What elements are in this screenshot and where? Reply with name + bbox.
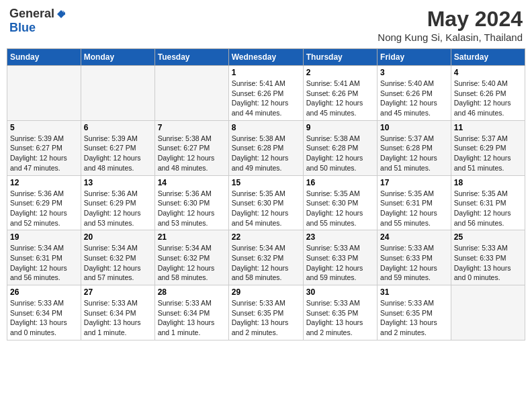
table-row: 15Sunrise: 5:35 AM Sunset: 6:30 PM Dayli… — [228, 175, 303, 230]
header-monday: Monday — [81, 49, 154, 66]
month-year-title: May 2024 — [378, 7, 523, 32]
table-row — [7, 66, 81, 121]
day-number: 17 — [380, 178, 448, 187]
day-info: Sunrise: 5:37 AM Sunset: 6:29 PM Dayligh… — [454, 134, 522, 173]
svg-marker-0 — [57, 10, 65, 18]
location-subtitle: Nong Kung Si, Kalasin, Thailand — [378, 32, 523, 43]
page-header: General Blue May 2024 Nong Kung Si, Kala… — [7, 7, 525, 43]
title-block: May 2024 Nong Kung Si, Kalasin, Thailand — [378, 7, 523, 43]
table-row: 1Sunrise: 5:41 AM Sunset: 6:26 PM Daylig… — [228, 66, 303, 121]
day-number: 9 — [306, 123, 374, 132]
table-row: 31Sunrise: 5:33 AM Sunset: 6:35 PM Dayli… — [378, 285, 451, 340]
day-info: Sunrise: 5:41 AM Sunset: 6:26 PM Dayligh… — [306, 79, 374, 118]
calendar-week-row: 26Sunrise: 5:33 AM Sunset: 6:34 PM Dayli… — [7, 285, 525, 340]
table-row: 29Sunrise: 5:33 AM Sunset: 6:35 PM Dayli… — [228, 285, 303, 340]
day-info: Sunrise: 5:41 AM Sunset: 6:26 PM Dayligh… — [232, 79, 300, 118]
day-info: Sunrise: 5:33 AM Sunset: 6:35 PM Dayligh… — [306, 298, 374, 338]
table-row: 13Sunrise: 5:36 AM Sunset: 6:29 PM Dayli… — [81, 175, 154, 230]
day-info: Sunrise: 5:33 AM Sunset: 6:33 PM Dayligh… — [306, 243, 374, 283]
day-number: 1 — [232, 68, 300, 77]
day-info: Sunrise: 5:33 AM Sunset: 6:35 PM Dayligh… — [232, 298, 300, 338]
day-info: Sunrise: 5:36 AM Sunset: 6:29 PM Dayligh… — [10, 189, 78, 228]
table-row: 12Sunrise: 5:36 AM Sunset: 6:29 PM Dayli… — [7, 175, 81, 230]
table-row: 21Sunrise: 5:34 AM Sunset: 6:32 PM Dayli… — [154, 230, 228, 285]
day-number: 7 — [158, 123, 226, 132]
table-row: 24Sunrise: 5:33 AM Sunset: 6:33 PM Dayli… — [378, 230, 451, 285]
day-number: 18 — [454, 178, 522, 187]
table-row — [154, 66, 228, 121]
day-info: Sunrise: 5:36 AM Sunset: 6:29 PM Dayligh… — [84, 189, 152, 228]
logo-general: General — [9, 7, 54, 21]
day-number: 15 — [232, 178, 300, 187]
day-number: 28 — [158, 287, 226, 297]
day-number: 24 — [380, 232, 448, 242]
day-number: 22 — [232, 232, 300, 242]
day-number: 26 — [10, 287, 78, 297]
day-info: Sunrise: 5:39 AM Sunset: 6:27 PM Dayligh… — [10, 134, 78, 173]
day-number: 23 — [306, 232, 374, 242]
day-number: 6 — [84, 123, 152, 132]
table-row: 11Sunrise: 5:37 AM Sunset: 6:29 PM Dayli… — [451, 120, 525, 175]
day-number: 2 — [306, 68, 374, 77]
logo: General Blue — [9, 7, 66, 35]
day-number: 19 — [10, 232, 78, 242]
table-row: 25Sunrise: 5:33 AM Sunset: 6:33 PM Dayli… — [451, 230, 525, 285]
day-info: Sunrise: 5:38 AM Sunset: 6:27 PM Dayligh… — [158, 134, 226, 173]
table-row: 27Sunrise: 5:33 AM Sunset: 6:34 PM Dayli… — [81, 285, 154, 340]
day-number: 13 — [84, 178, 152, 187]
header-friday: Friday — [378, 49, 451, 66]
table-row: 30Sunrise: 5:33 AM Sunset: 6:35 PM Dayli… — [303, 285, 377, 340]
table-row: 28Sunrise: 5:33 AM Sunset: 6:34 PM Dayli… — [154, 285, 228, 340]
day-number: 14 — [158, 178, 226, 187]
table-row: 18Sunrise: 5:35 AM Sunset: 6:31 PM Dayli… — [451, 175, 525, 230]
table-row: 8Sunrise: 5:38 AM Sunset: 6:28 PM Daylig… — [228, 120, 303, 175]
table-row: 9Sunrise: 5:38 AM Sunset: 6:28 PM Daylig… — [303, 120, 377, 175]
day-number: 20 — [84, 232, 152, 242]
day-number: 11 — [454, 123, 522, 132]
table-row: 20Sunrise: 5:34 AM Sunset: 6:32 PM Dayli… — [81, 230, 154, 285]
table-row: 6Sunrise: 5:39 AM Sunset: 6:27 PM Daylig… — [81, 120, 154, 175]
header-tuesday: Tuesday — [154, 49, 228, 66]
table-row — [81, 66, 154, 121]
day-number: 27 — [84, 287, 152, 297]
day-number: 3 — [380, 68, 448, 77]
table-row: 16Sunrise: 5:35 AM Sunset: 6:30 PM Dayli… — [303, 175, 377, 230]
day-info: Sunrise: 5:34 AM Sunset: 6:32 PM Dayligh… — [158, 243, 226, 283]
table-row: 22Sunrise: 5:34 AM Sunset: 6:32 PM Dayli… — [228, 230, 303, 285]
table-row: 19Sunrise: 5:34 AM Sunset: 6:31 PM Dayli… — [7, 230, 81, 285]
table-row: 23Sunrise: 5:33 AM Sunset: 6:33 PM Dayli… — [303, 230, 377, 285]
day-info: Sunrise: 5:33 AM Sunset: 6:34 PM Dayligh… — [10, 298, 78, 338]
calendar-week-row: 12Sunrise: 5:36 AM Sunset: 6:29 PM Dayli… — [7, 175, 525, 230]
calendar-week-row: 5Sunrise: 5:39 AM Sunset: 6:27 PM Daylig… — [7, 120, 525, 175]
day-info: Sunrise: 5:35 AM Sunset: 6:31 PM Dayligh… — [454, 189, 522, 228]
day-number: 10 — [380, 123, 448, 132]
day-number: 31 — [380, 287, 448, 297]
calendar-week-row: 1Sunrise: 5:41 AM Sunset: 6:26 PM Daylig… — [7, 66, 525, 121]
day-info: Sunrise: 5:39 AM Sunset: 6:27 PM Dayligh… — [84, 134, 152, 173]
logo-blue: Blue — [9, 21, 36, 35]
header-sunday: Sunday — [7, 49, 81, 66]
table-row: 4Sunrise: 5:40 AM Sunset: 6:26 PM Daylig… — [451, 66, 525, 121]
table-row: 7Sunrise: 5:38 AM Sunset: 6:27 PM Daylig… — [154, 120, 228, 175]
calendar-table: Sunday Monday Tuesday Wednesday Thursday… — [7, 48, 525, 340]
day-info: Sunrise: 5:34 AM Sunset: 6:31 PM Dayligh… — [10, 243, 78, 283]
day-info: Sunrise: 5:35 AM Sunset: 6:30 PM Dayligh… — [232, 189, 300, 228]
calendar-week-row: 19Sunrise: 5:34 AM Sunset: 6:31 PM Dayli… — [7, 230, 525, 285]
day-info: Sunrise: 5:33 AM Sunset: 6:33 PM Dayligh… — [454, 243, 522, 283]
header-wednesday: Wednesday — [228, 49, 303, 66]
table-row: 5Sunrise: 5:39 AM Sunset: 6:27 PM Daylig… — [7, 120, 81, 175]
day-info: Sunrise: 5:40 AM Sunset: 6:26 PM Dayligh… — [454, 79, 522, 118]
day-info: Sunrise: 5:34 AM Sunset: 6:32 PM Dayligh… — [84, 243, 152, 283]
day-info: Sunrise: 5:38 AM Sunset: 6:28 PM Dayligh… — [306, 134, 374, 173]
day-info: Sunrise: 5:36 AM Sunset: 6:30 PM Dayligh… — [158, 189, 226, 228]
table-row: 10Sunrise: 5:37 AM Sunset: 6:28 PM Dayli… — [378, 120, 451, 175]
day-number: 25 — [454, 232, 522, 242]
calendar-header-row: Sunday Monday Tuesday Wednesday Thursday… — [7, 49, 525, 66]
day-info: Sunrise: 5:35 AM Sunset: 6:30 PM Dayligh… — [306, 189, 374, 228]
day-info: Sunrise: 5:38 AM Sunset: 6:28 PM Dayligh… — [232, 134, 300, 173]
header-thursday: Thursday — [303, 49, 377, 66]
day-info: Sunrise: 5:33 AM Sunset: 6:33 PM Dayligh… — [380, 243, 448, 283]
day-number: 16 — [306, 178, 374, 187]
day-info: Sunrise: 5:35 AM Sunset: 6:31 PM Dayligh… — [380, 189, 448, 228]
table-row: 3Sunrise: 5:40 AM Sunset: 6:26 PM Daylig… — [378, 66, 451, 121]
